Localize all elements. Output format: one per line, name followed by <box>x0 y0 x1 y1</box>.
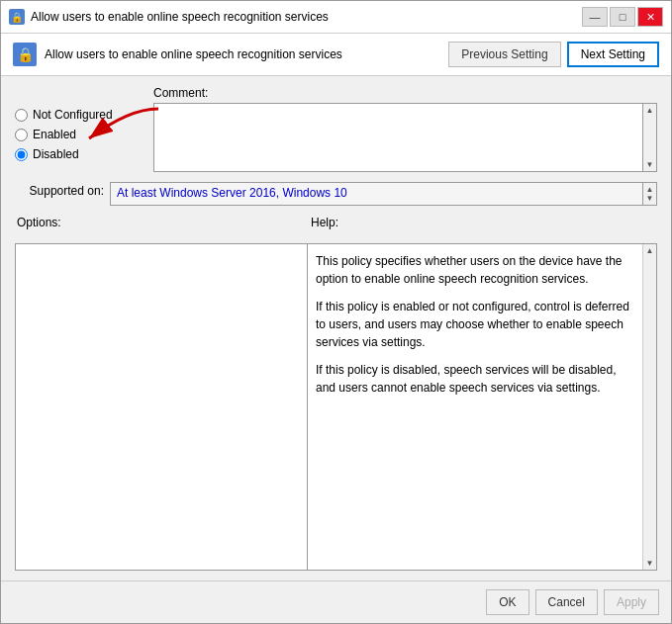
content-area: Not Configured Enabled Disabled <box>1 76 671 580</box>
disabled-label: Disabled <box>33 147 79 161</box>
supported-on-label: Supported on: <box>15 182 104 198</box>
footer: OK Cancel Apply <box>1 580 671 623</box>
comment-scrollbar[interactable]: ▲ ▼ <box>643 103 657 172</box>
help-text-2: If this policy is enabled or not configu… <box>316 298 634 351</box>
apply-button[interactable]: Apply <box>604 589 659 615</box>
radio-group-wrapper: Not Configured Enabled Disabled <box>15 86 144 172</box>
not-configured-option[interactable]: Not Configured <box>15 108 144 122</box>
main-window: 🔒 Allow users to enable online speech re… <box>0 0 672 624</box>
minimize-button[interactable]: — <box>582 7 608 27</box>
disabled-option[interactable]: Disabled <box>15 147 144 161</box>
window-controls: — □ ✕ <box>582 7 663 27</box>
cancel-button[interactable]: Cancel <box>535 589 598 615</box>
window-icon: 🔒 <box>9 9 25 25</box>
header-title: Allow users to enable online speech reco… <box>45 47 440 61</box>
radio-group: Not Configured Enabled Disabled <box>15 86 144 161</box>
help-content: This policy specifies whether users on t… <box>308 244 642 570</box>
not-configured-radio[interactable] <box>15 109 28 122</box>
header-buttons: Previous Setting Next Setting <box>448 42 659 67</box>
supported-section: Supported on: At least Windows Server 20… <box>15 182 657 206</box>
comment-textarea[interactable] <box>153 103 643 172</box>
comment-section: Comment: ▲ ▼ <box>153 86 657 172</box>
help-text-1: This policy specifies whether users on t… <box>316 252 634 288</box>
help-text-3: If this policy is disabled, speech servi… <box>316 361 634 397</box>
next-setting-button[interactable]: Next Setting <box>567 42 659 67</box>
prev-setting-button[interactable]: Previous Setting <box>448 42 560 67</box>
supported-value: At least Windows Server 2016, Windows 10 <box>110 182 643 206</box>
ok-button[interactable]: OK <box>486 589 528 615</box>
close-button[interactable]: ✕ <box>637 7 663 27</box>
maximize-button[interactable]: □ <box>610 7 635 27</box>
top-section: Not Configured Enabled Disabled <box>15 86 657 172</box>
supported-scrollbar[interactable]: ▲ ▼ <box>643 182 657 206</box>
enabled-option[interactable]: Enabled <box>15 128 144 141</box>
title-bar: 🔒 Allow users to enable online speech re… <box>1 1 671 34</box>
options-panel <box>16 244 308 570</box>
header-icon: 🔒 <box>13 43 37 66</box>
not-configured-label: Not Configured <box>33 108 113 122</box>
options-panel-label: Options: <box>15 212 307 231</box>
window-title: Allow users to enable online speech reco… <box>31 10 576 24</box>
help-panel: This policy specifies whether users on t… <box>308 244 656 570</box>
help-panel-label: Help: <box>307 212 657 231</box>
help-scrollbar[interactable]: ▲ ▼ <box>642 244 656 570</box>
header-section: 🔒 Allow users to enable online speech re… <box>1 34 671 76</box>
enabled-radio[interactable] <box>15 129 28 141</box>
main-panels: This policy specifies whether users on t… <box>15 243 657 571</box>
panels-labels: Options: Help: <box>15 212 657 231</box>
disabled-radio[interactable] <box>15 148 28 161</box>
enabled-label: Enabled <box>33 128 76 141</box>
comment-label: Comment: <box>153 86 657 100</box>
